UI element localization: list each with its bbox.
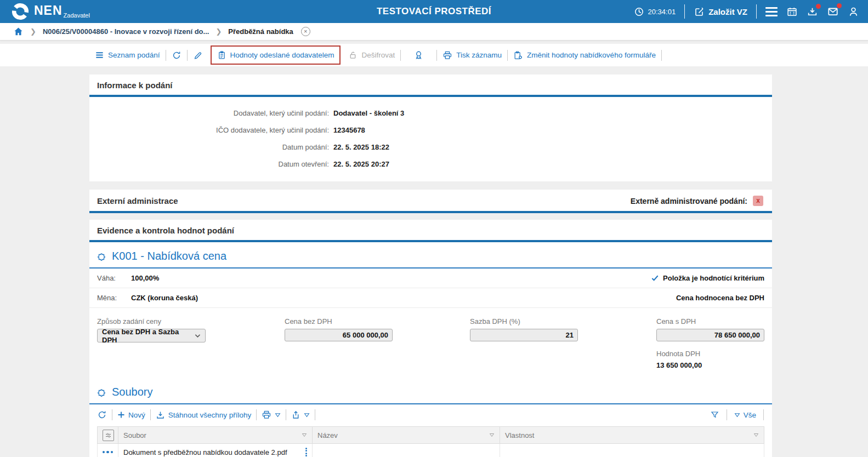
divider — [112, 409, 112, 420]
divider — [727, 409, 727, 420]
zmenit-hodnoty-button[interactable]: Změnit hodnoty nabídkového formuláře — [508, 50, 661, 60]
puzzle-icon — [97, 252, 107, 261]
row-menu-icon[interactable] — [103, 451, 113, 454]
evidence-panel: Evidence a kontrola hodnot podání K001 -… — [89, 220, 772, 457]
column-settings-icon — [103, 430, 114, 441]
close-tab-icon[interactable]: × — [301, 27, 310, 36]
divider — [507, 50, 508, 61]
files-table: Soubor Název V — [97, 426, 764, 457]
divider — [400, 50, 401, 61]
dropdown-triangle-icon — [734, 413, 740, 418]
share-icon — [291, 410, 300, 420]
k001-title: K001 - Nabídková cena — [112, 250, 226, 262]
clock-icon — [634, 7, 644, 17]
refresh-icon — [97, 410, 107, 420]
cell-vlastnost — [500, 444, 764, 457]
breadcrumb: ❯ N006/25/V00004860 - Inovace v rozvoji … — [0, 23, 868, 41]
cena-bez-dph-input[interactable] — [285, 329, 393, 341]
k001-meta-row: Váha: 100,00% Položka je hodnotící krité… — [89, 269, 772, 288]
export-files-button[interactable] — [287, 410, 314, 420]
breadcrumb-item-procurement[interactable]: N006/25/V00004860 - Inovace v rozvoji ří… — [43, 27, 209, 36]
cena-s-dph-input[interactable] — [656, 329, 764, 341]
mail-icon[interactable] — [827, 5, 839, 18]
divider — [286, 409, 286, 420]
unlock-icon — [348, 50, 358, 60]
extern-status-label: Externě administrované podání: — [631, 197, 747, 205]
check-icon — [651, 274, 659, 282]
divider — [256, 409, 257, 420]
extern-panel-title: Externí administrace — [97, 196, 178, 205]
dropdown-triangle-icon — [304, 413, 310, 418]
divider — [166, 50, 166, 61]
divider — [763, 409, 764, 420]
column-header-soubor[interactable]: Soubor — [118, 427, 313, 444]
dropdown-triangle-icon — [275, 413, 281, 418]
k001-section-header: K001 - Nabídková cena — [89, 242, 772, 269]
soubory-section-header: Soubory — [89, 378, 772, 404]
info-panel: Informace k podání Dodavatel, který učin… — [89, 75, 772, 181]
info-field-row: Datum podání: 22. 5. 2025 18:22 — [89, 139, 772, 156]
download-icon — [156, 410, 165, 420]
create-vz-button[interactable]: Založit VZ — [694, 6, 747, 17]
edit-record-button[interactable] — [188, 50, 208, 60]
list-icon — [95, 50, 104, 60]
column-header-vlastnost[interactable]: Vlastnost — [500, 427, 764, 444]
chevron-right-icon: ❯ — [30, 27, 36, 36]
refresh-icon — [172, 50, 181, 60]
plus-icon — [117, 411, 125, 419]
hodnota-dph-field: Hodnota DPH 13 650 000,00 — [656, 350, 764, 369]
zpusob-select[interactable]: Cena bez DPH a Sazba DPH — [97, 329, 206, 342]
downloads-tray-icon[interactable] — [807, 6, 818, 18]
divider — [756, 4, 757, 19]
info-field-row: Dodavatel, který učinil podání: Dodavate… — [89, 105, 772, 122]
sort-triangle-icon[interactable] — [753, 433, 759, 437]
user-profile-icon[interactable] — [848, 6, 859, 18]
table-row[interactable]: Dokument s předběžnou nabídkou dodavatel… — [98, 444, 764, 457]
menu-icon[interactable] — [765, 5, 778, 19]
k001-meta-row: Měna: CZK (koruna česká) Cena hodnocena … — [89, 288, 772, 308]
info-field-row: Datum otevření: 22. 5. 2025 20:27 — [89, 156, 772, 173]
clipboard-gear-icon — [513, 50, 523, 60]
filter-button[interactable] — [706, 410, 724, 420]
info-field-row: IČO dodavatele, který učinil podání: 123… — [89, 122, 772, 139]
print-files-button[interactable] — [257, 410, 285, 420]
calendar-icon[interactable] — [786, 6, 798, 18]
sazba-dph-input[interactable] — [470, 329, 578, 341]
soubory-title: Soubory — [112, 386, 153, 398]
notification-dot — [816, 4, 821, 9]
refresh-files-button[interactable] — [97, 410, 111, 420]
top-header-bar: NEN Zadavatel TESTOVACÍ PROSTŘEDÍ 20:34:… — [0, 0, 868, 23]
filter-vse-button[interactable]: Vše — [730, 411, 761, 419]
chevron-right-icon: ❯ — [215, 27, 222, 36]
tisk-zaznamu-button[interactable]: Tisk záznamu — [438, 50, 507, 60]
nen-logo[interactable]: NEN Zadavatel — [0, 2, 90, 21]
download-all-button[interactable]: Stáhnout všechny přílohy — [151, 410, 256, 420]
divider — [661, 50, 662, 61]
home-icon[interactable] — [13, 26, 24, 37]
puzzle-icon — [97, 387, 107, 397]
row-actions-cell[interactable] — [98, 444, 118, 457]
new-file-button[interactable]: Nový — [113, 411, 150, 419]
column-settings-header[interactable] — [98, 427, 118, 444]
desifrovat-button[interactable]: Dešifrovat — [343, 50, 400, 60]
clipboard-icon — [217, 50, 226, 60]
breadcrumb-item-current: Předběžná nabídka — [228, 27, 293, 36]
hodnoty-odeslane-button[interactable]: Hodnoty odeslané dodavatelem — [211, 45, 341, 65]
status-no-icon: x — [753, 196, 763, 206]
cena-bez-dph-field: Cena bez DPH — [285, 317, 470, 369]
divider — [150, 409, 151, 420]
seznam-podani-button[interactable]: Seznam podání — [90, 50, 165, 60]
printer-icon — [442, 50, 452, 60]
refresh-button[interactable] — [167, 50, 186, 60]
nen-logo-icon — [11, 2, 30, 21]
clock-widget: 20:34:01 — [634, 7, 676, 17]
file-name[interactable]: Dokument s předběžnou nabídkou dodavatel… — [123, 448, 287, 456]
column-header-nazev[interactable]: Název — [313, 427, 500, 444]
drag-handle-icon[interactable] — [305, 448, 307, 457]
funnel-icon — [710, 410, 719, 420]
flag-kriterium: Položka je hodnotící kritérium — [663, 274, 764, 282]
record-toolbar: Seznam podání Hodnoty odeslané dodavatel… — [0, 44, 868, 66]
sort-triangle-icon[interactable] — [489, 433, 495, 437]
award-button[interactable] — [401, 50, 436, 60]
sort-triangle-icon[interactable] — [302, 433, 307, 437]
